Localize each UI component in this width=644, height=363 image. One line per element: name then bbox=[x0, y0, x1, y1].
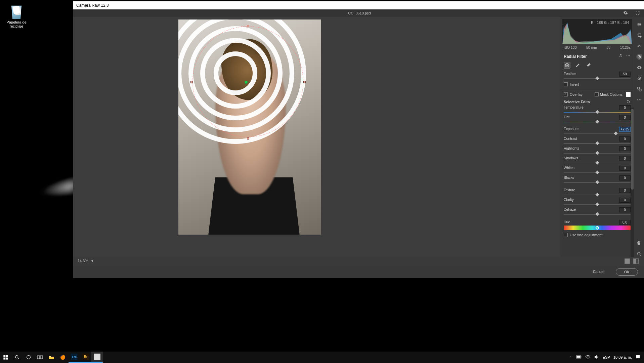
volume-icon[interactable] bbox=[594, 355, 599, 360]
hue-slider[interactable]: Hue0.0 bbox=[560, 219, 634, 225]
preview-canvas[interactable] bbox=[73, 17, 560, 257]
language-indicator[interactable]: ESP bbox=[603, 355, 610, 359]
exif-aperture: f/8 bbox=[606, 45, 610, 49]
radial-handle-left[interactable] bbox=[190, 81, 193, 83]
svg-rect-8 bbox=[637, 45, 640, 47]
compare-split-icon[interactable] bbox=[633, 258, 639, 264]
spot-heal-icon[interactable] bbox=[636, 43, 642, 49]
redeye-tool-icon[interactable] bbox=[636, 75, 642, 81]
wifi-icon[interactable] bbox=[585, 355, 591, 360]
reset-icon[interactable] bbox=[618, 53, 623, 59]
panel-menu-icon[interactable] bbox=[626, 53, 631, 59]
edit-sliders-icon[interactable] bbox=[636, 22, 642, 28]
whites-slider[interactable]: Whites0 bbox=[560, 165, 634, 174]
feather-slider[interactable]: Feather50 bbox=[560, 71, 634, 80]
blacks-slider[interactable]: Blacks0 bbox=[560, 175, 634, 184]
fine-adjustment-row[interactable]: Use fine adjustment bbox=[560, 232, 634, 238]
compare-view-icons bbox=[625, 258, 639, 264]
svg-point-33 bbox=[588, 359, 588, 359]
settings-gear-icon[interactable] bbox=[623, 10, 628, 15]
svg-point-19 bbox=[640, 99, 641, 100]
overlay-checkbox[interactable] bbox=[564, 92, 568, 96]
exif-row: ISO 100 50 mm f/8 1/125s bbox=[560, 44, 634, 51]
cortana-icon[interactable] bbox=[23, 352, 34, 363]
cancel-button[interactable]: Cancel bbox=[588, 268, 610, 276]
dehaze-slider[interactable]: Dehaze0 bbox=[560, 207, 634, 216]
tray-chevron-icon[interactable] bbox=[568, 355, 572, 360]
reset-section-icon[interactable] bbox=[626, 99, 631, 104]
zoom-dropdown[interactable]: 14.6%▾ bbox=[78, 259, 93, 263]
taskbar-clock[interactable]: 10:09 a. m. bbox=[613, 355, 632, 359]
compare-single-icon[interactable] bbox=[625, 258, 630, 264]
window-titlebar[interactable]: Camera Raw 12.3 bbox=[73, 1, 644, 9]
local-adjust-icon[interactable] bbox=[636, 54, 642, 60]
selective-edits-header[interactable]: Selective Edits bbox=[560, 98, 634, 105]
document-filename: _CC_0510.psd bbox=[346, 11, 371, 15]
svg-point-17 bbox=[637, 99, 638, 100]
eraser-icon[interactable] bbox=[585, 62, 592, 69]
bridge-icon[interactable]: Br bbox=[80, 352, 91, 363]
notifications-icon[interactable] bbox=[635, 354, 641, 361]
svg-rect-28 bbox=[40, 356, 43, 359]
zoom-tool-icon[interactable] bbox=[636, 251, 642, 257]
firefox-icon[interactable] bbox=[57, 352, 69, 363]
texture-slider[interactable]: Texture0 bbox=[560, 188, 634, 197]
radial-filter-pin[interactable] bbox=[245, 81, 248, 84]
invert-checkbox[interactable] bbox=[564, 82, 568, 86]
adjustments-panel: R : 186 G : 187 B : 184 ISO 100 50 mm f/… bbox=[560, 17, 634, 257]
lightroom-classic-icon[interactable]: Lrc bbox=[69, 352, 80, 363]
exposure-slider[interactable]: Exposure+2.35 bbox=[560, 126, 634, 135]
svg-point-4 bbox=[566, 65, 568, 66]
svg-point-10 bbox=[640, 46, 641, 46]
hue-color-strip[interactable] bbox=[564, 226, 631, 230]
svg-point-2 bbox=[629, 55, 630, 56]
canvas-footer: 14.6%▾ bbox=[73, 257, 644, 266]
mask-options-checkbox[interactable] bbox=[595, 92, 599, 96]
recycle-bin[interactable]: Papelera de reciclaje bbox=[5, 3, 28, 28]
panel-scrollbar[interactable] bbox=[631, 108, 634, 257]
svg-rect-27 bbox=[37, 356, 40, 359]
more-settings-icon[interactable] bbox=[636, 97, 642, 103]
histogram[interactable]: R : 186 G : 187 B : 184 bbox=[562, 19, 632, 44]
temperature-slider[interactable]: Temperature0 bbox=[560, 105, 634, 114]
fine-adjustment-checkbox[interactable] bbox=[564, 233, 568, 237]
radial-handle-top[interactable] bbox=[247, 25, 249, 27]
new-radial-icon[interactable] bbox=[564, 62, 570, 69]
mask-tool-row bbox=[560, 61, 634, 71]
svg-rect-21 bbox=[3, 355, 5, 357]
eye-preview-icon[interactable] bbox=[636, 65, 642, 71]
highlights-slider[interactable]: Highlights0 bbox=[560, 146, 634, 155]
taskbar: Lrc Br ESP 10:09 a. m. bbox=[0, 352, 644, 363]
svg-point-5 bbox=[638, 23, 639, 24]
file-explorer-icon[interactable] bbox=[46, 352, 57, 363]
photoshop-task-icon[interactable] bbox=[91, 352, 103, 363]
crop-tool-icon[interactable] bbox=[636, 32, 642, 38]
radial-handle-bottom[interactable] bbox=[247, 137, 249, 139]
panel-header: Radial Filter bbox=[560, 51, 634, 61]
radial-handle-right[interactable] bbox=[303, 81, 306, 83]
task-view-icon[interactable] bbox=[34, 352, 46, 363]
start-button[interactable] bbox=[0, 352, 11, 363]
hand-tool-icon[interactable] bbox=[636, 240, 642, 246]
svg-rect-22 bbox=[6, 355, 8, 357]
svg-rect-24 bbox=[6, 358, 8, 360]
search-icon[interactable] bbox=[11, 352, 23, 363]
tint-slider[interactable]: Tint0 bbox=[560, 115, 634, 124]
invert-checkbox-row[interactable]: Invert bbox=[560, 81, 634, 88]
ok-button[interactable]: OK bbox=[616, 268, 638, 276]
tool-strip bbox=[634, 17, 644, 257]
shadows-slider[interactable]: Shadows0 bbox=[560, 156, 634, 165]
contrast-slider[interactable]: Contrast0 bbox=[560, 136, 634, 145]
brush-add-icon[interactable] bbox=[574, 62, 581, 69]
battery-icon[interactable] bbox=[576, 355, 582, 360]
svg-point-25 bbox=[15, 356, 18, 358]
radial-filter-outline[interactable] bbox=[192, 26, 303, 137]
svg-point-14 bbox=[639, 78, 640, 79]
recycle-bin-icon bbox=[10, 3, 23, 19]
presets-icon[interactable] bbox=[636, 86, 642, 92]
mask-color-swatch[interactable] bbox=[626, 92, 631, 97]
clarity-slider[interactable]: Clarity0 bbox=[560, 197, 634, 206]
document-header: _CC_0510.psd bbox=[73, 9, 644, 17]
fullscreen-toggle-icon[interactable] bbox=[635, 10, 640, 15]
panel-title: Radial Filter bbox=[564, 54, 587, 59]
